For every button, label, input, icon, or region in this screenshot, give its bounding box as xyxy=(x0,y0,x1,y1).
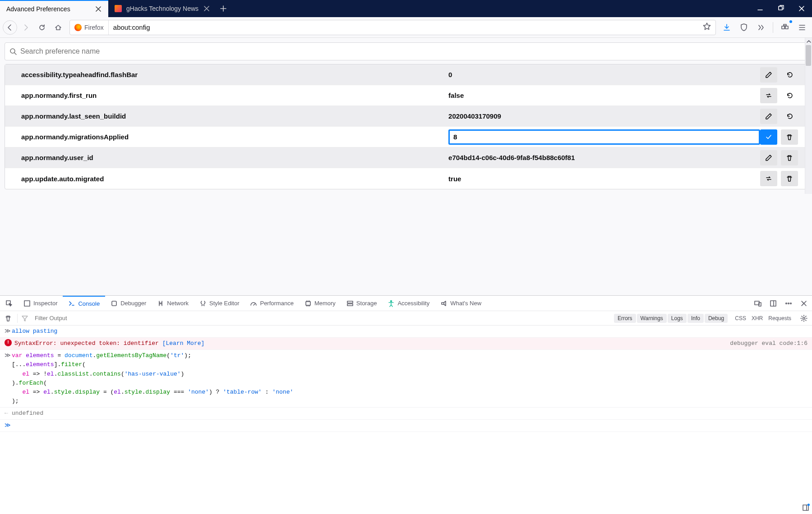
home-button[interactable] xyxy=(51,20,66,35)
reset-button[interactable] xyxy=(781,109,798,124)
pref-actions xyxy=(760,109,798,124)
pref-value-input[interactable] xyxy=(448,129,760,145)
toggle-button[interactable] xyxy=(760,88,777,103)
url-bar[interactable]: Firefox about:config xyxy=(69,20,716,35)
reload-button[interactable] xyxy=(34,20,50,35)
edit-button[interactable] xyxy=(760,109,777,124)
pref-row: app.normandy.migrationsApplied xyxy=(5,127,807,147)
toggle-button[interactable] xyxy=(760,171,777,186)
window-minimize-button[interactable] xyxy=(750,0,770,17)
content-scrollbar[interactable] xyxy=(805,38,812,194)
pref-actions xyxy=(760,129,798,145)
tab-title: gHacks Technology News xyxy=(126,5,203,12)
tab-advanced-preferences[interactable]: Advanced Preferences xyxy=(0,0,108,17)
identity-label: Firefox xyxy=(84,24,104,31)
new-tab-button[interactable] xyxy=(217,2,230,15)
pref-name: app.normandy.migrationsApplied xyxy=(21,133,448,141)
scroll-up-icon[interactable] xyxy=(805,38,812,45)
pref-search-input[interactable] xyxy=(17,44,803,59)
pref-row: app.update.auto.migratedtrue xyxy=(5,168,807,189)
window-close-button[interactable] xyxy=(791,0,812,17)
pref-name: app.normandy.user_id xyxy=(21,154,448,161)
ublock-icon[interactable] xyxy=(737,20,751,35)
pref-value: e704bd14-c06c-40d6-9fa8-f54b88c60f81 xyxy=(448,154,760,161)
tab-strip: Advanced Preferences gHacks Technology N… xyxy=(0,0,812,17)
notification-dot-icon xyxy=(789,20,792,23)
edit-button[interactable] xyxy=(760,150,777,165)
close-tab-icon[interactable] xyxy=(95,5,102,13)
toolbar-separator xyxy=(773,22,773,33)
overflow-chevrons-icon[interactable] xyxy=(754,20,768,35)
pref-actions xyxy=(760,88,798,103)
delete-button[interactable] xyxy=(781,129,798,145)
svg-rect-2 xyxy=(785,26,788,29)
tab-ghacks[interactable]: gHacks Technology News xyxy=(108,0,217,17)
save-button[interactable] xyxy=(760,129,777,145)
downloads-button[interactable] xyxy=(720,20,734,35)
ghacks-favicon-icon xyxy=(115,5,122,12)
firefox-logo-icon xyxy=(74,24,82,31)
pref-row: app.normandy.user_ide704bd14-c06c-40d6-9… xyxy=(5,147,807,168)
pref-name: app.normandy.last_seen_buildid xyxy=(21,112,448,120)
aboutconfig-content: accessibility.typeaheadfind.flashBar0app… xyxy=(0,38,812,194)
extensions-button[interactable] xyxy=(778,20,792,35)
back-button[interactable] xyxy=(3,20,17,35)
app-menu-button[interactable] xyxy=(795,20,809,35)
forward-button[interactable] xyxy=(18,20,33,35)
pref-value: 20200403170909 xyxy=(448,112,760,120)
window-controls xyxy=(750,0,812,17)
edit-button[interactable] xyxy=(760,67,777,83)
svg-rect-1 xyxy=(782,26,784,29)
pref-name: app.normandy.first_run xyxy=(21,92,448,99)
close-tab-icon[interactable] xyxy=(203,5,210,12)
pref-actions xyxy=(760,171,798,186)
bookmark-star-icon[interactable] xyxy=(698,23,715,32)
delete-button[interactable] xyxy=(781,150,798,165)
url-text: about:config xyxy=(109,23,155,31)
pref-value xyxy=(448,129,760,145)
scrollbar-thumb[interactable] xyxy=(806,45,811,66)
pref-table: accessibility.typeaheadfind.flashBar0app… xyxy=(5,64,807,189)
pref-actions xyxy=(760,67,798,83)
pref-value: true xyxy=(448,175,760,183)
window-maximize-button[interactable] xyxy=(770,0,791,17)
tab-title: Advanced Preferences xyxy=(6,5,95,13)
pref-name: accessibility.typeaheadfind.flashBar xyxy=(21,71,448,78)
delete-button[interactable] xyxy=(781,171,798,186)
reset-button[interactable] xyxy=(781,88,798,103)
pref-value: 0 xyxy=(448,71,760,78)
toolbar-right xyxy=(720,20,809,35)
reset-button[interactable] xyxy=(781,67,798,83)
svg-rect-3 xyxy=(784,24,786,26)
identity-box[interactable]: Firefox xyxy=(70,20,109,35)
navigation-toolbar: Firefox about:config xyxy=(0,17,812,38)
pref-row: app.normandy.last_seen_buildid2020040317… xyxy=(5,106,807,127)
pref-name: app.update.auto.migrated xyxy=(21,175,448,183)
svg-rect-0 xyxy=(779,6,782,10)
pref-value: false xyxy=(448,92,760,99)
pref-actions xyxy=(760,150,798,165)
pref-search-box[interactable] xyxy=(5,42,807,60)
pref-row: app.normandy.first_runfalse xyxy=(5,85,807,106)
pref-row: accessibility.typeaheadfind.flashBar0 xyxy=(5,64,807,85)
